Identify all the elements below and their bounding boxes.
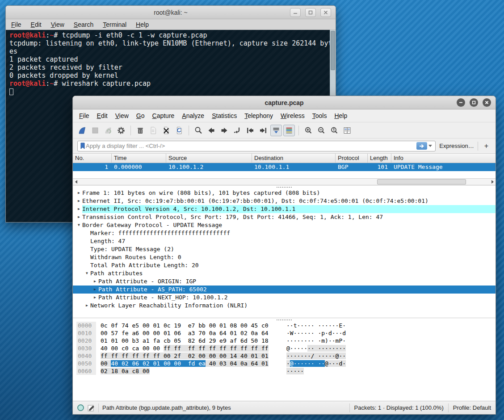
detail-row-bgp[interactable]: ▼Border Gateway Protocol - UPDATE Messag… xyxy=(73,221,496,229)
expression-button[interactable]: Expression… xyxy=(439,143,474,149)
hex-row[interactable]: 001000 57 fe a6 00 00 01 06 a3 70 0a 64 … xyxy=(73,329,496,337)
capture-comment-icon[interactable] xyxy=(88,404,95,412)
open-file-button[interactable] xyxy=(134,125,146,136)
column-header-protocol[interactable]: Protocol xyxy=(336,154,368,163)
apply-filter-button[interactable] xyxy=(416,142,427,150)
start-capture-button[interactable] xyxy=(76,125,88,136)
detail-row-next-hop[interactable]: ▶Path Attribute - NEXT_HOP: 10.100.1.2 xyxy=(73,294,496,302)
column-header-destination[interactable]: Destination xyxy=(252,154,336,163)
detail-row-path-attributes[interactable]: ▼Path attributes xyxy=(73,269,496,277)
detail-row-total-path-attr[interactable]: Total Path Attribute Length: 20 xyxy=(73,261,496,269)
restart-capture-button[interactable] xyxy=(102,125,114,136)
auto-scroll-button[interactable] xyxy=(270,125,282,136)
capture-options-button[interactable] xyxy=(115,125,127,136)
menu-file[interactable]: File xyxy=(79,112,89,119)
pane-splitter[interactable] xyxy=(73,318,496,322)
terminal-titlebar[interactable]: root@kali: ~ xyxy=(6,6,336,19)
zoom-in-button[interactable] xyxy=(302,125,314,136)
first-packet-button[interactable] xyxy=(244,125,256,136)
menu-analyze[interactable]: Analyze xyxy=(182,112,204,119)
expand-arrow-icon[interactable]: ▶ xyxy=(76,205,82,213)
maximize-button[interactable] xyxy=(470,98,478,107)
terminal-menu-edit[interactable]: Edit xyxy=(31,21,42,28)
menu-edit[interactable]: Edit xyxy=(97,112,108,119)
close-button[interactable] xyxy=(483,98,491,107)
last-packet-button[interactable] xyxy=(257,125,269,136)
add-filter-button[interactable]: + xyxy=(482,142,491,150)
filter-history-caret-icon[interactable] xyxy=(428,145,432,147)
next-packet-button[interactable] xyxy=(218,125,230,136)
save-file-button[interactable] xyxy=(147,125,159,136)
packet-list-hscrollbar[interactable] xyxy=(73,178,496,185)
display-filter-input[interactable] xyxy=(86,143,416,149)
hex-row[interactable]: 006002 18 0a c8 00····· xyxy=(73,367,496,375)
detail-row-ip[interactable]: ▶Internet Protocol Version 4, Src: 10.10… xyxy=(73,205,496,213)
reload-file-button[interactable] xyxy=(173,125,185,136)
terminal-scrollbar-thumb[interactable] xyxy=(331,31,335,70)
column-header-info[interactable]: Info xyxy=(391,154,496,163)
column-header-length[interactable]: Length xyxy=(368,154,391,163)
maximize-button[interactable] xyxy=(305,8,316,17)
terminal-menu-view[interactable]: View xyxy=(51,21,64,28)
resize-columns-button[interactable] xyxy=(341,125,353,136)
menu-go[interactable]: Go xyxy=(136,112,145,119)
packet-row-selected[interactable]: 1 0.000000 10.100.1.2 10.100.1.1 BGP 101… xyxy=(73,163,496,171)
stop-capture-button[interactable] xyxy=(89,125,101,136)
scroll-left-arrow[interactable] xyxy=(73,179,79,185)
terminal-menu-file[interactable]: File xyxy=(11,21,21,28)
menu-telephony[interactable]: Telephony xyxy=(244,112,273,119)
profile-button[interactable]: Profile: Default xyxy=(453,404,491,411)
detail-row-as-path-selected[interactable]: ▶Path Attribute - AS_PATH: 65002 xyxy=(73,286,496,294)
menu-statistics[interactable]: Statistics xyxy=(212,112,237,119)
hex-row[interactable]: 0040ff ff ff ff ff ff 00 2f 02 00 00 00 … xyxy=(73,352,496,360)
expert-info-icon[interactable] xyxy=(77,404,84,411)
zoom-original-button[interactable] xyxy=(328,125,340,136)
detail-row-origin[interactable]: ▶Path Attribute - ORIGIN: IGP xyxy=(73,277,496,286)
expand-arrow-icon[interactable]: ▶ xyxy=(92,286,98,294)
hex-row[interactable]: 003040 00 c0 ca 00 00 ff ff ff ff ff ff … xyxy=(73,344,496,352)
expand-arrow-icon[interactable]: ▶ xyxy=(92,294,98,302)
hscrollbar-thumb[interactable] xyxy=(377,179,466,185)
detail-row-marker[interactable]: Marker: ffffffffffffffffffffffffffffffff xyxy=(73,229,496,237)
terminal-menu-help[interactable]: Help xyxy=(136,21,149,28)
hex-row[interactable]: 005000 40 02 06 02 01 00 00 fd ea 40 03 … xyxy=(73,360,496,367)
expand-arrow-icon[interactable]: ▶ xyxy=(92,277,98,286)
menu-view[interactable]: View xyxy=(115,112,129,119)
detail-row-length[interactable]: Length: 47 xyxy=(73,237,496,245)
hex-row[interactable]: 002001 01 00 b3 a1 fa cb 05 82 6d 29 e9 … xyxy=(73,337,496,344)
expand-arrow-icon[interactable]: ▶ xyxy=(76,197,82,205)
find-packet-button[interactable] xyxy=(193,125,204,136)
colorize-button[interactable] xyxy=(283,125,295,136)
expand-arrow-icon[interactable]: ▶ xyxy=(84,302,90,310)
collapse-arrow-icon[interactable]: ▼ xyxy=(76,221,82,229)
go-to-packet-button[interactable] xyxy=(231,125,243,136)
detail-row-type[interactable]: Type: UPDATE Message (2) xyxy=(73,245,496,253)
expand-arrow-icon[interactable]: ▶ xyxy=(76,213,82,221)
display-filter-box[interactable] xyxy=(77,141,436,151)
menu-capture[interactable]: Capture xyxy=(152,112,175,119)
hex-row[interactable]: 00000c 0f 74 e5 00 01 0c 19 e7 bb 00 01 … xyxy=(73,322,496,329)
detail-row-nlri[interactable]: ▶Network Layer Reachability Information … xyxy=(73,302,496,310)
terminal-menu-search[interactable]: Search xyxy=(74,21,93,28)
detail-row-ethernet[interactable]: ▶Ethernet II, Src: 0c:19:e7:bb:00:01 (0c… xyxy=(73,197,496,205)
column-header-time[interactable]: Time xyxy=(112,154,166,163)
minimize-button[interactable] xyxy=(290,8,301,17)
column-header-source[interactable]: Source xyxy=(166,154,252,163)
close-file-button[interactable] xyxy=(160,125,172,136)
minimize-button[interactable] xyxy=(457,98,465,107)
previous-packet-button[interactable] xyxy=(206,125,217,136)
terminal-menu-terminal[interactable]: Terminal xyxy=(103,21,126,28)
pane-splitter[interactable] xyxy=(73,185,496,189)
menu-wireless[interactable]: Wireless xyxy=(281,112,305,119)
column-header-no[interactable]: No. xyxy=(73,154,112,163)
scroll-right-arrow[interactable] xyxy=(489,179,496,185)
close-button[interactable] xyxy=(320,8,331,17)
detail-row-tcp[interactable]: ▶Transmission Control Protocol, Src Port… xyxy=(73,213,496,221)
zoom-out-button[interactable] xyxy=(315,125,327,136)
collapse-arrow-icon[interactable]: ▼ xyxy=(84,269,90,277)
menu-tools[interactable]: Tools xyxy=(312,112,327,119)
detail-row-frame[interactable]: ▶Frame 1: 101 bytes on wire (808 bits), … xyxy=(73,189,496,197)
menu-help[interactable]: Help xyxy=(334,112,347,119)
expand-arrow-icon[interactable]: ▶ xyxy=(76,189,82,197)
bookmark-icon[interactable] xyxy=(80,142,86,150)
